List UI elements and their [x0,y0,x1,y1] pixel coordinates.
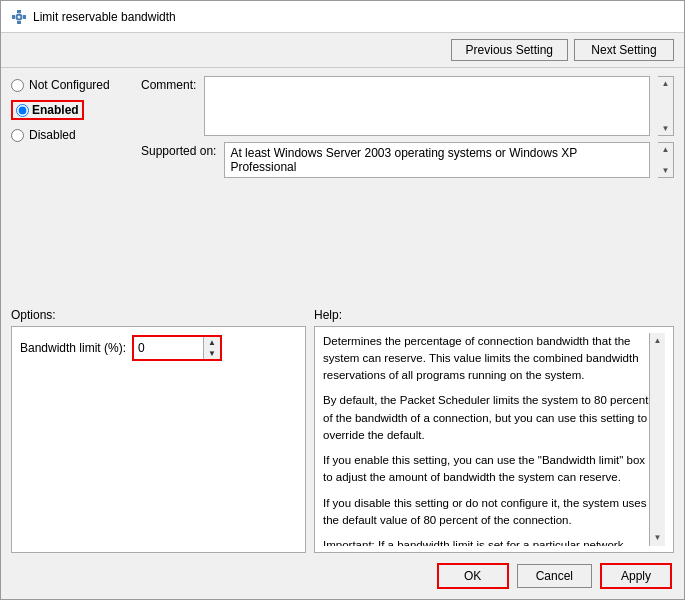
supported-scrollbar[interactable]: ▲ ▼ [658,142,674,178]
svg-point-5 [18,15,21,18]
spin-up-button[interactable]: ▲ [204,337,220,348]
options-box: Bandwidth limit (%): ▲ ▼ [11,326,306,554]
scroll-down-icon[interactable]: ▼ [660,122,672,135]
help-panel: Determines the percentage of connection … [314,326,674,554]
not-configured-option[interactable]: Not Configured [11,76,133,94]
window-icon [11,9,27,25]
spin-down-button[interactable]: ▼ [204,348,220,359]
help-paragraph-1: Determines the percentage of connection … [323,333,649,385]
help-paragraph-3: If you enable this setting, you can use … [323,452,649,487]
section-labels-row: Options: Help: [1,308,684,322]
disabled-label: Disabled [29,128,76,142]
supported-scroll-down-icon[interactable]: ▼ [660,164,672,177]
help-scrollbar[interactable]: ▲ ▼ [649,333,665,547]
lower-content: Bandwidth limit (%): ▲ ▼ Determines the … [1,322,684,558]
enabled-label: Enabled [32,103,79,117]
help-scroll-up-icon[interactable]: ▲ [652,333,664,349]
svg-rect-0 [17,10,21,13]
not-configured-label: Not Configured [29,78,110,92]
help-scroll-down-icon[interactable]: ▼ [652,530,664,546]
previous-setting-button[interactable]: Previous Setting [451,39,568,61]
bandwidth-input[interactable] [134,337,204,359]
help-paragraph-2: By default, the Packet Scheduler limits … [323,392,649,444]
comment-section: Comment: ▲ ▼ [141,76,674,136]
options-section-label: Options: [11,308,306,322]
navigation-bar: Previous Setting Next Setting [1,33,684,68]
enabled-radio[interactable] [16,104,29,117]
disabled-radio[interactable] [11,129,24,142]
help-paragraph-5: Important: If a bandwidth limit is set f… [323,537,649,546]
help-box: Determines the percentage of connection … [314,326,674,554]
help-text-content: Determines the percentage of connection … [323,333,649,547]
help-paragraph-4: If you disable this setting or do not co… [323,495,649,530]
options-panel: Bandwidth limit (%): ▲ ▼ [11,326,306,554]
not-configured-radio[interactable] [11,79,24,92]
comment-label: Comment: [141,76,196,92]
comment-input[interactable] [204,76,650,136]
upper-content: Not Configured Enabled Disabled Comment:… [1,68,684,308]
disabled-option[interactable]: Disabled [11,126,133,144]
bandwidth-row: Bandwidth limit (%): ▲ ▼ [20,335,297,361]
svg-rect-2 [12,15,15,19]
help-section-label: Help: [314,308,674,322]
scroll-up-icon[interactable]: ▲ [660,77,672,90]
supported-scroll-up-icon[interactable]: ▲ [660,143,672,156]
dialog-title: Limit reservable bandwidth [33,10,674,24]
supported-section: Supported on: At least Windows Server 20… [141,142,674,178]
supported-value: At least Windows Server 2003 operating s… [224,142,650,178]
dialog-window: Limit reservable bandwidth Previous Sett… [0,0,685,600]
next-setting-button[interactable]: Next Setting [574,39,674,61]
bandwidth-label: Bandwidth limit (%): [20,341,126,355]
supported-label: Supported on: [141,142,216,158]
enabled-option[interactable]: Enabled [11,98,133,122]
svg-rect-1 [17,21,21,24]
ok-button[interactable]: OK [437,563,509,589]
svg-rect-3 [23,15,26,19]
apply-button[interactable]: Apply [600,563,672,589]
bandwidth-spinner: ▲ ▼ [204,337,220,359]
cancel-button[interactable]: Cancel [517,564,592,588]
title-bar: Limit reservable bandwidth [1,1,684,33]
radio-panel: Not Configured Enabled Disabled [11,76,141,304]
info-panel: Comment: ▲ ▼ Supported on: At least Wind… [141,76,674,304]
footer: OK Cancel Apply [1,557,684,599]
comment-scrollbar[interactable]: ▲ ▼ [658,76,674,136]
bandwidth-input-wrap: ▲ ▼ [132,335,222,361]
